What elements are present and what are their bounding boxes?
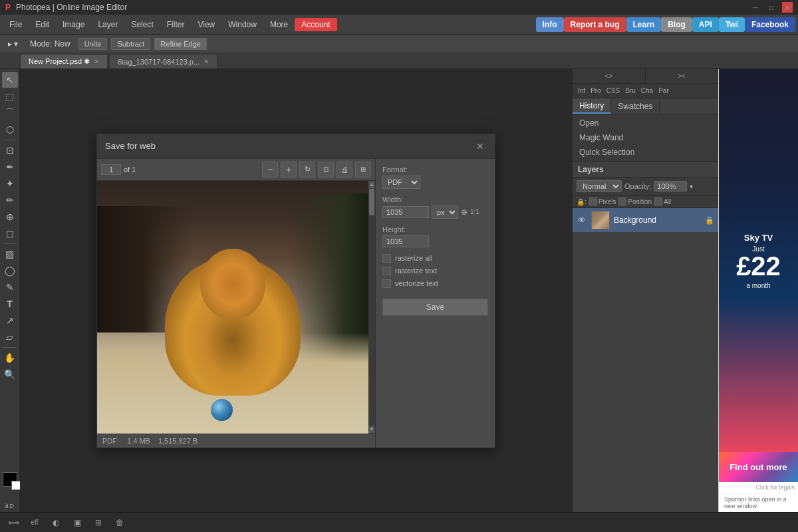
rotate-button[interactable]: ↻	[299, 162, 315, 178]
width-unit-select[interactable]: px %	[432, 205, 458, 219]
dialog-close-button[interactable]: ✕	[473, 140, 487, 153]
titlebar-controls[interactable]: ─ □ ✕	[750, 2, 793, 13]
tab-6tag[interactable]: 6tag_130717-084123.p... ✕	[109, 54, 217, 68]
menu-file[interactable]: File	[3, 17, 29, 32]
tab-history[interactable]: History	[573, 98, 611, 114]
blend-mode-select[interactable]: Normal Multiply Screen	[577, 180, 622, 192]
menu-layer[interactable]: Layer	[91, 17, 124, 32]
status-rect-icon[interactable]: ▣	[70, 516, 84, 529]
zoom-in-button[interactable]: +	[281, 162, 297, 178]
status-folder-icon[interactable]: ⊞	[92, 516, 105, 529]
status-trash-icon[interactable]: 🗑	[113, 516, 126, 529]
tool-eraser[interactable]: ◻	[2, 225, 18, 241]
menu-image[interactable]: Image	[56, 17, 91, 32]
tool-move[interactable]: ↖	[2, 72, 18, 88]
scroll-down-button[interactable]: ▼	[368, 426, 375, 434]
status-half-circle-icon[interactable]: ◐	[49, 516, 63, 529]
lock-all-checkbox[interactable]	[654, 198, 662, 205]
background-color[interactable]	[11, 481, 21, 490]
tool-gradient[interactable]: ▨	[2, 246, 18, 262]
layer-visibility-toggle[interactable]: 👁	[577, 215, 587, 225]
foreground-color[interactable]	[3, 472, 17, 487]
lock-position-checkbox[interactable]	[618, 198, 626, 205]
panel-collapse-left[interactable]: <>	[573, 69, 646, 83]
preview-scrollbar[interactable]: ▲ ▼	[368, 181, 375, 434]
opacity-arrow[interactable]: ▾	[690, 183, 693, 190]
zoom-out-button[interactable]: −	[262, 162, 278, 178]
shortcut-bru[interactable]: Bru	[622, 87, 638, 94]
tool-select-rect[interactable]: ⬚	[2, 88, 18, 104]
shortcut-par[interactable]: Par	[656, 87, 672, 94]
menu-filter[interactable]: Filter	[160, 17, 192, 32]
nav-learn[interactable]: Learn	[626, 17, 662, 32]
shortcut-css[interactable]: CSS	[604, 87, 623, 94]
fit-page-button[interactable]: ⊡	[318, 162, 334, 178]
nav-bug[interactable]: Report a bug	[564, 17, 626, 32]
shortcut-pro[interactable]: Pro	[588, 87, 604, 94]
panel-collapse-right[interactable]: ><	[646, 69, 719, 83]
tool-path-select[interactable]: ↗	[2, 313, 18, 329]
nav-facebook[interactable]: Facebook	[745, 17, 795, 32]
format-select[interactable]: PDF PNG JPEG	[382, 176, 420, 189]
nav-blog[interactable]: Blog	[661, 17, 692, 32]
lock-pixels[interactable]: Pixels	[589, 198, 616, 205]
print-button[interactable]: 🖨	[336, 162, 352, 178]
ad-findout-button[interactable]: Find out more	[719, 452, 798, 482]
menu-select[interactable]: Select	[124, 17, 160, 32]
tool-heal[interactable]: ✦	[2, 176, 18, 192]
layer-background[interactable]: 👁 Background 🔒	[573, 208, 718, 232]
status-eff-icon[interactable]: eff	[28, 516, 41, 529]
nav-info[interactable]: Info	[536, 17, 564, 32]
unite-button[interactable]: Unite	[78, 38, 108, 50]
nav-twitter[interactable]: Twi	[719, 17, 745, 32]
height-input[interactable]	[382, 235, 429, 247]
menu-edit[interactable]: Edit	[29, 17, 56, 32]
width-input[interactable]	[382, 206, 429, 218]
minimize-button[interactable]: ─	[750, 2, 761, 13]
menu-view[interactable]: View	[191, 17, 221, 32]
tool-brush[interactable]: ✏	[2, 192, 18, 208]
rasterize-text-checkbox[interactable]	[382, 267, 391, 275]
page-input[interactable]	[101, 164, 121, 175]
tool-lasso[interactable]: ⌒	[2, 105, 18, 121]
opacity-input[interactable]	[654, 181, 687, 192]
tab-close-6tag[interactable]: ✕	[203, 58, 209, 65]
lock-position[interactable]: Position	[618, 198, 652, 205]
tool-selector[interactable]: ▸ ▾	[4, 38, 22, 50]
history-magic-wand[interactable]: Magic Wand	[573, 130, 718, 145]
tool-shape[interactable]: ▱	[2, 329, 18, 345]
tool-text[interactable]: T	[2, 296, 18, 312]
nav-api[interactable]: API	[692, 17, 719, 32]
tool-crop[interactable]: ⊡	[2, 142, 18, 158]
vectorize-text-checkbox[interactable]	[382, 279, 391, 288]
menu-account[interactable]: Account	[295, 18, 336, 31]
shortcut-cha[interactable]: Cha	[638, 87, 656, 94]
lock-pixels-checkbox[interactable]	[589, 198, 597, 205]
scroll-handle[interactable]	[369, 189, 374, 215]
subtract-button[interactable]: Subtract	[111, 38, 150, 50]
shortcut-inf[interactable]: Inf	[575, 87, 588, 94]
refine-edge-button[interactable]: Refine Edge	[154, 38, 207, 50]
status-link-icon[interactable]: ⟺	[7, 516, 20, 529]
tool-magic-wand[interactable]: ⬡	[2, 122, 18, 138]
scroll-up-button[interactable]: ▲	[368, 181, 375, 189]
lock-all[interactable]: All	[654, 198, 671, 205]
maximize-button[interactable]: □	[766, 2, 777, 13]
save-button[interactable]: Save	[382, 299, 488, 316]
tool-pen[interactable]: ✎	[2, 279, 18, 295]
tool-clone[interactable]: ⊕	[2, 209, 18, 225]
tool-hand[interactable]: ✋	[2, 350, 18, 366]
history-open[interactable]: Open	[573, 116, 718, 130]
history-quick-selection[interactable]: Quick Selection	[573, 145, 718, 160]
rasterize-all-checkbox[interactable]	[382, 254, 391, 263]
menu-more[interactable]: More	[263, 17, 295, 32]
tab-swatches[interactable]: Swatches	[611, 98, 660, 114]
tab-new-project[interactable]: New Project.psd ✱ ✕	[20, 54, 108, 68]
scroll-track[interactable]	[368, 189, 375, 426]
menu-window[interactable]: Window	[221, 17, 263, 32]
tool-eyedropper[interactable]: ✒	[2, 159, 18, 175]
tab-close-new-project[interactable]: ✕	[94, 58, 99, 65]
grid-button[interactable]: ⊞	[355, 162, 371, 178]
tool-dodge[interactable]: ◯	[2, 263, 18, 279]
tool-zoom[interactable]: 🔍	[2, 366, 18, 382]
